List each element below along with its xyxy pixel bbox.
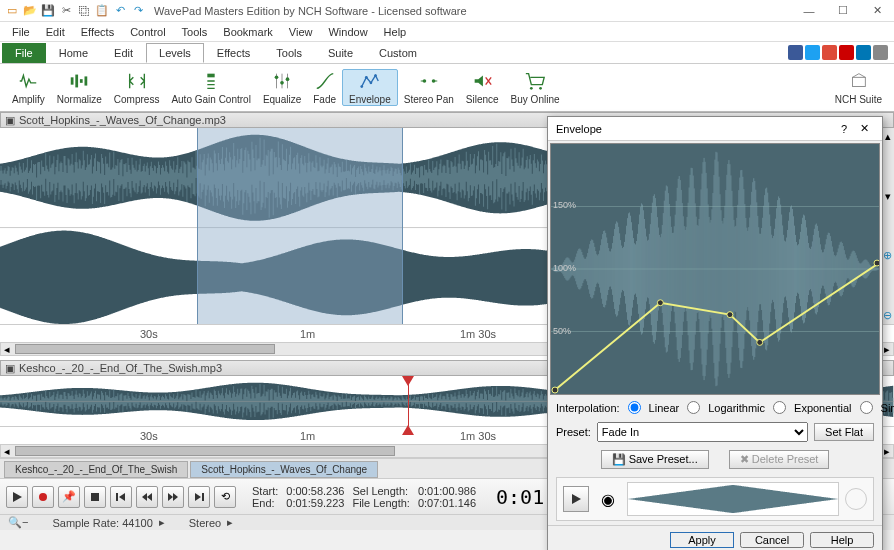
svg-point-11 bbox=[374, 74, 377, 77]
menu-view[interactable]: View bbox=[281, 26, 321, 38]
close-button[interactable]: ✕ bbox=[864, 2, 890, 20]
menu-file[interactable]: File bbox=[4, 26, 38, 38]
window-title: WavePad Masters Edition by NCH Software … bbox=[154, 5, 796, 17]
save-icon[interactable]: 💾 bbox=[40, 3, 56, 19]
delete-preset-button[interactable]: ✖ Delete Preset bbox=[729, 450, 830, 469]
rewind-button[interactable] bbox=[136, 486, 158, 508]
dialog-titlebar[interactable]: Envelope ? ✕ bbox=[548, 117, 882, 141]
tool-compress[interactable]: Compress bbox=[108, 70, 166, 105]
quick-access-toolbar: ▭ 📂 💾 ✂ ⿻ 📋 ↶ ↷ bbox=[4, 3, 146, 19]
svg-point-38 bbox=[657, 300, 663, 306]
tool-amplify[interactable]: Amplify bbox=[6, 70, 51, 105]
copy-icon[interactable]: ⿻ bbox=[76, 3, 92, 19]
collapse-icon[interactable]: ▣ bbox=[5, 362, 15, 375]
paste-icon[interactable]: 📋 bbox=[94, 3, 110, 19]
youtube-icon[interactable] bbox=[839, 45, 854, 60]
svg-point-24 bbox=[39, 493, 47, 501]
tool-envelope[interactable]: Envelope bbox=[342, 69, 398, 106]
minimize-button[interactable]: — bbox=[796, 2, 822, 20]
tab-levels[interactable]: Levels bbox=[146, 43, 204, 63]
dialog-close-icon[interactable]: ✕ bbox=[854, 122, 874, 135]
tab-tools[interactable]: Tools bbox=[263, 43, 315, 63]
svg-point-15 bbox=[539, 87, 542, 90]
cut-icon[interactable]: ✂ bbox=[58, 3, 74, 19]
save-preset-button[interactable]: 💾 Save Preset... bbox=[601, 450, 709, 469]
menu-bookmark[interactable]: Bookmark bbox=[215, 26, 281, 38]
tab-edit[interactable]: Edit bbox=[101, 43, 146, 63]
skip-start-button[interactable] bbox=[110, 486, 132, 508]
menu-window[interactable]: Window bbox=[320, 26, 375, 38]
interp-linear[interactable] bbox=[628, 401, 641, 414]
tab-effects[interactable]: Effects bbox=[204, 43, 263, 63]
tool-nchsuite[interactable]: NCH Suite bbox=[829, 70, 888, 105]
svg-rect-4 bbox=[207, 74, 214, 78]
svg-marker-21 bbox=[402, 376, 414, 386]
new-icon[interactable]: ▭ bbox=[4, 3, 20, 19]
interp-log[interactable] bbox=[687, 401, 700, 414]
tool-equalize[interactable]: Equalize bbox=[257, 70, 307, 105]
envelope-graph[interactable]: 150% 100% 50% bbox=[550, 143, 880, 395]
preview-waveform bbox=[627, 482, 839, 516]
record-button[interactable] bbox=[32, 486, 54, 508]
cancel-button[interactable]: Cancel bbox=[740, 532, 804, 548]
svg-rect-16 bbox=[853, 77, 866, 86]
menu-effects[interactable]: Effects bbox=[73, 26, 122, 38]
preset-select[interactable]: Fade In bbox=[597, 422, 808, 442]
svg-point-7 bbox=[286, 77, 290, 81]
collapse-icon[interactable]: ▣ bbox=[5, 114, 15, 127]
interp-exp[interactable] bbox=[773, 401, 786, 414]
stop-button[interactable] bbox=[84, 486, 106, 508]
twitter-icon[interactable] bbox=[805, 45, 820, 60]
interp-sin[interactable] bbox=[860, 401, 873, 414]
svg-marker-28 bbox=[142, 493, 147, 501]
share-icon[interactable] bbox=[873, 45, 888, 60]
tab-file[interactable]: File bbox=[2, 43, 46, 63]
forward-button[interactable] bbox=[162, 486, 184, 508]
file-tab-keshco[interactable]: Keshco_-_20_-_End_Of_The_Swish bbox=[4, 461, 188, 478]
apply-button[interactable]: Apply bbox=[670, 532, 734, 548]
svg-marker-29 bbox=[147, 493, 152, 501]
set-flat-button[interactable]: Set Flat bbox=[814, 423, 874, 441]
svg-rect-0 bbox=[71, 77, 74, 84]
tool-fade[interactable]: Fade bbox=[307, 70, 342, 105]
file-tab-scott[interactable]: Scott_Hopkins_-_Waves_Of_Change bbox=[190, 461, 378, 478]
tool-buyonline[interactable]: Buy Online bbox=[505, 70, 566, 105]
tab-custom[interactable]: Custom bbox=[366, 43, 430, 63]
loop-button[interactable]: ⟲ bbox=[214, 486, 236, 508]
zoom-out-icon[interactable]: 🔍− bbox=[8, 516, 28, 529]
play-button[interactable] bbox=[6, 486, 28, 508]
svg-point-37 bbox=[552, 387, 558, 393]
svg-rect-1 bbox=[76, 75, 79, 88]
undo-icon[interactable]: ↶ bbox=[112, 3, 128, 19]
svg-marker-30 bbox=[168, 493, 173, 501]
tool-normalize[interactable]: Normalize bbox=[51, 70, 108, 105]
pin-button[interactable]: 📌 bbox=[58, 486, 80, 508]
redo-icon[interactable]: ↷ bbox=[130, 3, 146, 19]
svg-point-41 bbox=[874, 260, 879, 266]
menu-control[interactable]: Control bbox=[122, 26, 173, 38]
tool-silence[interactable]: Silence bbox=[460, 70, 505, 105]
facebook-icon[interactable] bbox=[788, 45, 803, 60]
linkedin-icon[interactable] bbox=[856, 45, 871, 60]
preview-play-button[interactable] bbox=[563, 486, 589, 512]
svg-rect-33 bbox=[202, 493, 204, 501]
tab-suite[interactable]: Suite bbox=[315, 43, 366, 63]
tool-agc[interactable]: Auto Gain Control bbox=[165, 70, 257, 105]
dialog-help-icon[interactable]: ? bbox=[834, 123, 854, 135]
svg-point-6 bbox=[280, 81, 284, 85]
preview-level-icon[interactable] bbox=[845, 488, 867, 510]
skip-end-button[interactable] bbox=[188, 486, 210, 508]
googleplus-icon[interactable] bbox=[822, 45, 837, 60]
tab-home[interactable]: Home bbox=[46, 43, 101, 63]
menu-help[interactable]: Help bbox=[376, 26, 415, 38]
open-icon[interactable]: 📂 bbox=[22, 3, 38, 19]
svg-marker-22 bbox=[402, 425, 414, 435]
ribbon-tabs: File Home Edit Levels Effects Tools Suit… bbox=[0, 42, 894, 64]
menu-edit[interactable]: Edit bbox=[38, 26, 73, 38]
help-button[interactable]: Help bbox=[810, 532, 874, 548]
svg-rect-2 bbox=[80, 79, 83, 83]
tool-stereopan[interactable]: Stereo Pan bbox=[398, 70, 460, 105]
menu-tools[interactable]: Tools bbox=[174, 26, 216, 38]
preview-loop-button[interactable]: ◉ bbox=[595, 486, 621, 512]
maximize-button[interactable]: ☐ bbox=[830, 2, 856, 20]
